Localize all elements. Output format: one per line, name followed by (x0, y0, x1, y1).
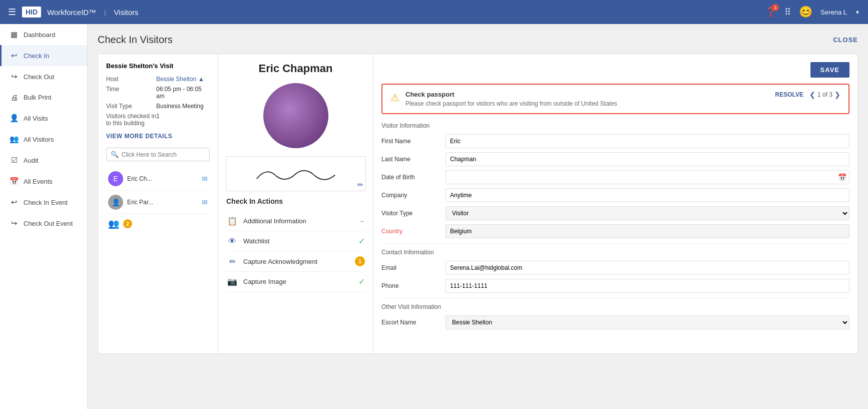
visitor-photo (263, 83, 328, 148)
additional-info-icon: 📋 (226, 216, 238, 226)
country-label: Country (381, 228, 442, 235)
visitor-name-eric-par: Eric Par... (127, 199, 198, 206)
sidebar-label-all-visitors: All Visitors (24, 136, 54, 143)
dob-input[interactable] (446, 170, 849, 184)
group-badge: 2 (123, 219, 132, 228)
sidebar-label-bulk-print: Bulk Print (24, 94, 52, 101)
escort-name-select[interactable]: Bessie Shelton (446, 315, 849, 329)
sidebar-label-checkout-event: Check Out Event (24, 220, 73, 227)
country-input[interactable] (446, 224, 849, 238)
sidebar-item-checkout[interactable]: ↪ Check Out (0, 66, 87, 87)
first-name-label: First Name (381, 138, 442, 145)
time-value: 06:05 pm - 06:05 am (156, 86, 210, 100)
visitor-search-box: 🔍 (106, 148, 210, 161)
page-header: Check In Visitors CLOSE (98, 34, 858, 46)
company-input[interactable] (446, 188, 849, 202)
alert-nav-text: 1 of 3 (817, 91, 832, 98)
help-icon[interactable]: 1 ❓ (765, 7, 776, 18)
nav-divider: | (104, 9, 106, 16)
time-label: Time (106, 86, 156, 100)
content-layout: Bessie Shelton's Visit Host Bessie Shelt… (98, 54, 858, 354)
resolve-link[interactable]: RESOLVE (775, 91, 803, 98)
user-avatar[interactable]: 😊 (799, 6, 812, 19)
visitor-name-eric-ch: Eric Ch... (127, 175, 198, 182)
topnav-right-area: 1 ❓ ⠿ 😊 Serena L ▼ (765, 6, 860, 19)
top-navigation: ☰ HID WorkforceID™ | Visitors 1 ❓ ⠿ 😊 Se… (0, 0, 868, 24)
escort-name-row: Escort Name Bessie Shelton (381, 315, 849, 329)
dob-row: Date of Birth 📅 (381, 170, 849, 184)
country-row: Country (381, 224, 849, 238)
phone-label: Phone (381, 282, 442, 289)
contact-info-section-header: Contact Information (381, 249, 849, 256)
sidebar-item-bulk-print[interactable]: 🖨 Bulk Print (0, 87, 87, 108)
other-visit-section-header: Other Visit Information (381, 303, 849, 310)
sidebar-item-checkin-event[interactable]: ↩ Check In Event (0, 192, 87, 213)
grid-icon[interactable]: ⠿ (784, 7, 791, 18)
sidebar-item-all-visitors[interactable]: 👥 All Visitors (0, 129, 87, 150)
visitor-mail-eric-par[interactable]: ✉ (202, 198, 208, 206)
visitor-type-select[interactable]: Visitor (446, 206, 849, 220)
email-row: Email (381, 261, 849, 275)
phone-input[interactable] (446, 279, 849, 293)
view-more-details-link[interactable]: VIEW MORE DETAILS (106, 133, 210, 140)
search-input[interactable] (122, 151, 205, 158)
action-watchlist[interactable]: 👁 Watchlist ✓ (226, 231, 365, 251)
right-panel: SAVE ⚠ Check passport Please check passp… (373, 54, 857, 353)
section-divider-1 (381, 243, 849, 244)
escort-name-label: Escort Name (381, 319, 442, 326)
sidebar-item-audit[interactable]: ☑ Audit (0, 150, 87, 171)
sidebar-label-audit: Audit (24, 157, 39, 164)
hamburger-icon[interactable]: ☰ (8, 7, 16, 18)
action-capture-acknowledgment[interactable]: ✏ Capture Acknowledgment 1 (226, 251, 365, 272)
save-button[interactable]: SAVE (810, 62, 849, 78)
visitor-item-eric-ch[interactable]: E Eric Ch... ✉ (106, 167, 210, 191)
sidebar-item-all-visits[interactable]: 👤 All Visits (0, 108, 87, 129)
checkin-event-icon: ↩ (10, 198, 19, 207)
search-icon: 🔍 (111, 151, 119, 158)
app-name: WorkforceID™ (47, 8, 96, 17)
email-label: Email (381, 264, 442, 271)
close-button[interactable]: CLOSE (833, 36, 858, 44)
sidebar-item-all-events[interactable]: 📅 All Events (0, 171, 87, 192)
section-divider-2 (381, 298, 849, 298)
bulk-print-icon: 🖨 (10, 93, 19, 102)
last-name-input[interactable] (446, 152, 849, 166)
edit-signature-icon[interactable]: ✏ (357, 181, 363, 189)
alert-box: ⚠ Check passport Please check passport f… (381, 84, 849, 114)
capture-acknowledgment-badge: 1 (355, 256, 365, 266)
additional-info-arrow: → (358, 217, 365, 225)
visitor-mail-eric-ch[interactable]: ✉ (202, 175, 208, 183)
first-name-input[interactable] (446, 134, 849, 148)
all-events-icon: 📅 (10, 177, 19, 186)
sidebar-item-checkout-event[interactable]: ↪ Check Out Event (0, 213, 87, 234)
visitor-info-section-header: Visitor Information (381, 122, 849, 129)
host-label: Host (106, 76, 156, 83)
dob-input-wrap: 📅 (446, 170, 849, 184)
sidebar: ▦ Dashboard ↩ Check In ↪ Check Out 🖨 Bul… (0, 24, 88, 409)
last-name-label: Last Name (381, 156, 442, 163)
alert-next-button[interactable]: ❯ (834, 91, 840, 99)
left-panel: Bessie Shelton's Visit Host Bessie Shelt… (98, 54, 218, 353)
sidebar-item-checkin[interactable]: ↩ Check In (0, 45, 87, 66)
email-input[interactable] (446, 261, 849, 275)
sidebar-label-all-visits: All Visits (24, 115, 48, 122)
visit-type-row: Visit Type Business Meeting (106, 103, 210, 110)
action-capture-image[interactable]: 📷 Capture Image ✓ (226, 272, 365, 292)
watchlist-label: Watchlist (243, 237, 353, 245)
user-name[interactable]: Serena L (820, 9, 847, 16)
watchlist-check-icon: ✓ (358, 236, 365, 246)
visitor-type-label: Visitor Type (381, 210, 442, 217)
middle-panel: Eric Chapman ✏ Check In Actions 📋 Additi… (218, 54, 373, 353)
host-value[interactable]: Bessie Shelton (156, 76, 196, 83)
visitor-item-eric-par[interactable]: 👤 Eric Par... ✉ (106, 191, 210, 214)
alert-prev-button[interactable]: ❮ (809, 91, 815, 99)
action-additional-info[interactable]: 📋 Additional Information → (226, 211, 365, 231)
alert-description: Please check passport for visitors who a… (405, 100, 769, 107)
sidebar-label-checkin: Check In (24, 52, 49, 60)
capture-image-icon: 📷 (226, 277, 238, 286)
visitor-avatar-eric-par: 👤 (108, 195, 123, 210)
group-item[interactable]: 👥 2 (106, 214, 210, 233)
sidebar-item-dashboard[interactable]: ▦ Dashboard (0, 24, 87, 45)
user-dropdown-icon[interactable]: ▼ (855, 10, 860, 15)
calendar-icon[interactable]: 📅 (838, 173, 846, 181)
